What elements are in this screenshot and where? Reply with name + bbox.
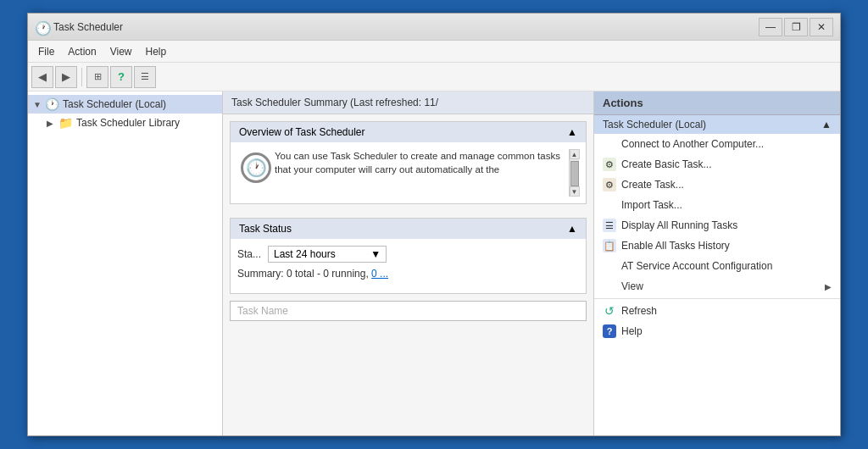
- action-refresh[interactable]: ↺ Refresh: [594, 301, 840, 321]
- clock-area: 🕐: [237, 149, 275, 197]
- tree-item-library[interactable]: ▶ 📁 Task Scheduler Library: [28, 114, 222, 132]
- menu-bar: File Action View Help: [28, 41, 840, 63]
- maximize-button[interactable]: ❐: [784, 18, 808, 36]
- action-at-service-label: AT Service Account Configuration: [621, 260, 772, 272]
- action-help-label: Help: [621, 325, 643, 337]
- app-icon: 🕐: [35, 20, 48, 34]
- display-running-icon: ☰: [603, 219, 616, 232]
- enable-history-icon: 📋: [603, 239, 616, 252]
- scroll-thumb[interactable]: [570, 161, 579, 186]
- summary-row: Summary: 0 total - 0 running, 0 ...: [237, 268, 579, 280]
- tree-label-local: Task Scheduler (Local): [63, 98, 166, 110]
- task-status-content: Sta... Last 24 hours ▼ Summary: 0 total …: [231, 239, 586, 293]
- overview-scrollbar[interactable]: ▲ ▼: [569, 149, 579, 197]
- create-task-icon: ⚙: [603, 178, 616, 191]
- center-panel: Task Scheduler Summary (Last refreshed: …: [223, 91, 594, 435]
- action-separator: [594, 298, 840, 299]
- view-icon: [603, 280, 616, 293]
- status-dropdown[interactable]: Last 24 hours ▼: [268, 246, 387, 263]
- action-display-running-label: Display All Running Tasks: [621, 219, 737, 231]
- action-help[interactable]: ? Help: [594, 321, 840, 341]
- action-create-basic[interactable]: ⚙ Create Basic Task...: [594, 154, 840, 175]
- scheduler-icon: 🕐: [45, 97, 59, 111]
- actions-header: Actions: [594, 91, 840, 115]
- task-status-section: Task Status ▲ Sta... Last 24 hours ▼ Sum…: [230, 218, 587, 294]
- action-import[interactable]: Import Task...: [594, 195, 840, 215]
- action-connect[interactable]: Connect to Another Computer...: [594, 134, 840, 154]
- action-group-label: Task Scheduler (Local): [603, 119, 706, 130]
- window-title: Task Scheduler: [53, 21, 759, 33]
- left-panel: ▼ 🕐 Task Scheduler (Local) ▶ 📁 Task Sche…: [28, 91, 223, 435]
- action-display-running[interactable]: ☰ Display All Running Tasks: [594, 215, 840, 236]
- overview-collapse-icon: ▲: [567, 126, 577, 138]
- title-bar: 🕐 Task Scheduler — ❐ ✕: [28, 14, 840, 41]
- menu-help[interactable]: Help: [139, 44, 174, 59]
- task-status-header[interactable]: Task Status ▲: [231, 219, 586, 239]
- window-controls: — ❐ ✕: [759, 18, 833, 36]
- connect-icon: [603, 137, 616, 151]
- action-refresh-label: Refresh: [621, 305, 657, 317]
- menu-view[interactable]: View: [103, 44, 139, 59]
- action-create-task-label: Create Task...: [621, 179, 684, 191]
- action-connect-label: Connect to Another Computer...: [621, 138, 764, 150]
- at-service-icon: [603, 259, 616, 273]
- task-name-placeholder: Task Name: [237, 305, 288, 317]
- action-create-task[interactable]: ⚙ Create Task...: [594, 175, 840, 195]
- action-at-service[interactable]: AT Service Account Configuration: [594, 256, 840, 276]
- action-group-local[interactable]: Task Scheduler (Local) ▲: [594, 115, 840, 134]
- forward-button[interactable]: ▶: [55, 66, 77, 88]
- tree-item-local[interactable]: ▼ 🕐 Task Scheduler (Local): [28, 95, 222, 114]
- properties-button[interactable]: ☰: [134, 66, 156, 88]
- summary-text: Summary: 0 total - 0 running,: [237, 268, 371, 280]
- overview-text: You can use Task Scheduler to create and…: [275, 149, 569, 197]
- create-basic-icon: ⚙: [603, 158, 616, 171]
- menu-action[interactable]: Action: [61, 44, 103, 59]
- menu-file[interactable]: File: [31, 44, 61, 59]
- refresh-icon: ↺: [603, 304, 616, 318]
- expand-icon: ▼: [33, 100, 45, 109]
- help-icon: ?: [603, 324, 616, 338]
- overview-section: Overview of Task Scheduler ▲ 🕐 You can u…: [230, 121, 587, 204]
- toolbar: ◀ ▶ ⊞ ? ☰: [28, 63, 840, 91]
- overview-content: 🕐 You can use Task Scheduler to create a…: [231, 142, 586, 203]
- toolbar-separator: [81, 68, 82, 86]
- submenu-arrow: ▶: [825, 282, 832, 291]
- close-button[interactable]: ✕: [810, 18, 833, 36]
- center-header: Task Scheduler Summary (Last refreshed: …: [223, 91, 593, 114]
- help-toolbar-button[interactable]: ?: [110, 66, 132, 88]
- dropdown-value: Last 24 hours: [274, 248, 336, 260]
- action-view[interactable]: View ▶: [594, 276, 840, 297]
- import-icon: [603, 198, 616, 212]
- task-status-title: Task Status: [239, 223, 292, 235]
- minimize-button[interactable]: —: [759, 18, 782, 36]
- library-icon: 📁: [58, 116, 73, 130]
- scroll-down-arrow[interactable]: ▼: [570, 186, 580, 197]
- task-name-input[interactable]: Task Name: [230, 301, 587, 321]
- main-window: 🕐 Task Scheduler — ❐ ✕ File Action View …: [27, 13, 841, 436]
- action-create-basic-label: Create Basic Task...: [621, 158, 712, 170]
- main-area: ▼ 🕐 Task Scheduler (Local) ▶ 📁 Task Sche…: [28, 91, 840, 435]
- action-view-label: View: [621, 280, 820, 292]
- action-group-collapse: ▲: [821, 119, 832, 130]
- action-enable-history[interactable]: 📋 Enable All Tasks History: [594, 236, 840, 256]
- action-import-label: Import Task...: [621, 199, 682, 211]
- right-panel: Actions Task Scheduler (Local) ▲ Connect…: [594, 91, 840, 435]
- overview-title: Overview of Task Scheduler: [239, 126, 365, 138]
- show-hide-console-button[interactable]: ⊞: [86, 66, 108, 88]
- action-enable-history-label: Enable All Tasks History: [621, 240, 730, 252]
- summary-link[interactable]: 0 ...: [371, 268, 388, 280]
- scroll-up-arrow[interactable]: ▲: [570, 149, 580, 159]
- task-status-collapse-icon: ▲: [567, 223, 577, 235]
- back-button[interactable]: ◀: [31, 66, 53, 88]
- clock-icon: 🕐: [241, 152, 271, 183]
- tree-label-library: Task Scheduler Library: [76, 117, 180, 129]
- status-label: Sta...: [237, 248, 261, 260]
- dropdown-arrow: ▼: [370, 248, 381, 260]
- overview-section-header[interactable]: Overview of Task Scheduler ▲: [231, 122, 586, 142]
- status-row: Sta... Last 24 hours ▼: [237, 246, 579, 263]
- expand-icon-library: ▶: [47, 119, 58, 128]
